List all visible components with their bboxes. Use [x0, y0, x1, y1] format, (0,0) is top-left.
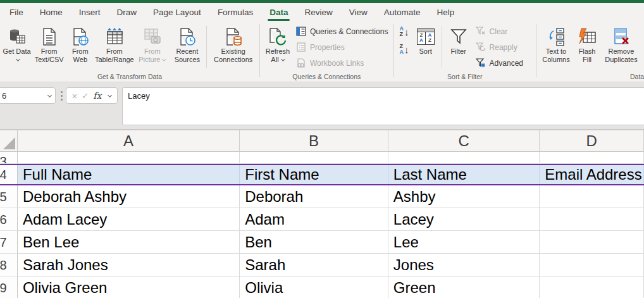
sheet-row-3: 3 — [0, 152, 644, 164]
formula-bar-handle[interactable] — [61, 95, 63, 97]
cell-C5[interactable]: Ashby — [388, 185, 540, 208]
tab-help[interactable]: Help — [429, 3, 463, 21]
formula-bar-area: 6 × ✓ fx Lacey — [0, 82, 644, 130]
properties-button[interactable]: Properties — [294, 40, 390, 54]
properties-icon — [296, 42, 306, 52]
from-picture-button[interactable]: From Picture — [135, 22, 170, 69]
from-picture-icon — [143, 25, 162, 47]
sort-button[interactable]: ZAAZ Sort — [412, 22, 440, 69]
cell-A4[interactable]: Full Name — [18, 165, 240, 184]
cell-B9[interactable]: Olivia — [240, 276, 388, 298]
cell-C8[interactable]: Jones — [388, 254, 540, 276]
cell-B3[interactable] — [240, 152, 388, 164]
existing-connections-icon — [225, 25, 242, 47]
cell-D6[interactable] — [540, 208, 644, 231]
flash-fill-button[interactable]: Flash Fill — [574, 22, 600, 69]
row-header-5[interactable]: 5 — [0, 185, 18, 208]
row-header-6[interactable]: 6 — [0, 208, 18, 231]
row-header-4[interactable]: 4 — [0, 165, 18, 184]
cell-A5[interactable]: Deborah Ashby — [18, 185, 240, 208]
row-header-9[interactable]: 9 — [0, 276, 18, 298]
insert-function-icon[interactable]: fx — [93, 90, 101, 101]
cell-D4[interactable]: Email Address — [540, 165, 644, 184]
cell-B6[interactable]: Adam — [240, 208, 388, 231]
column-header-D[interactable]: D — [540, 130, 644, 152]
cell-A8[interactable]: Sarah Jones — [18, 254, 240, 276]
remove-duplicates-button[interactable]: Remove Duplicates — [600, 22, 642, 69]
existing-connections-button[interactable]: Existing Connections — [209, 22, 257, 69]
cell-C3[interactable] — [388, 152, 540, 164]
refresh-all-icon — [268, 25, 287, 47]
confirm-entry-icon[interactable]: ✓ — [82, 91, 89, 101]
cell-A6[interactable]: Adam Lacey — [18, 208, 240, 231]
sheet-row-9: 9 Olivia Green Olivia Green — [0, 276, 644, 298]
queries-connections-button[interactable]: Queries & Connections — [294, 25, 390, 38]
from-web-button[interactable]: From Web — [66, 22, 94, 69]
filter-button[interactable]: Filter — [444, 22, 473, 69]
refresh-all-button[interactable]: Refresh All — [262, 22, 294, 69]
tab-data[interactable]: Data — [261, 3, 296, 21]
recent-sources-icon — [178, 25, 196, 47]
column-header-A[interactable]: A — [18, 130, 240, 152]
group-label-data-tools: Data Tools — [536, 73, 644, 80]
cancel-entry-icon[interactable]: × — [72, 90, 78, 101]
cell-D8[interactable] — [540, 254, 644, 276]
clear-filter-button[interactable]: Clear — [473, 25, 526, 38]
cell-B4[interactable]: First Name — [240, 165, 388, 184]
fx-chevron-icon — [108, 92, 112, 97]
tab-home[interactable]: Home — [32, 3, 71, 21]
from-table-range-icon — [105, 25, 124, 47]
tab-formulas[interactable]: Formulas — [209, 3, 261, 21]
reapply-filter-button[interactable]: Reapply — [473, 40, 526, 54]
cell-C7[interactable]: Lee — [388, 231, 540, 254]
tab-page-layout[interactable]: Page Layout — [145, 3, 209, 21]
name-box[interactable]: 6 — [0, 87, 56, 104]
row-header-7[interactable]: 7 — [0, 231, 18, 254]
sheet-row-6: 6 Adam Lacey Adam Lacey — [0, 208, 644, 231]
tab-automate[interactable]: Automate — [376, 3, 429, 21]
cell-A7[interactable]: Ben Lee — [18, 231, 240, 254]
column-headers: A B C D — [0, 130, 644, 152]
recent-sources-button[interactable]: Recent Sources — [170, 22, 204, 69]
workbook-links-button[interactable]: Workbook Links — [294, 56, 390, 70]
cell-C4[interactable]: Last Name — [388, 165, 540, 184]
formula-buttons: × ✓ fx — [66, 87, 118, 104]
down-arrow-icon: ↓ — [404, 44, 409, 55]
workbook-links-icon — [296, 58, 306, 68]
cell-D5[interactable] — [540, 185, 644, 208]
cell-A9[interactable]: Olivia Green — [18, 276, 240, 298]
text-to-columns-button[interactable]: Text to Columns — [538, 22, 574, 69]
cell-D9[interactable] — [540, 276, 644, 298]
formula-input[interactable]: Lacey — [122, 87, 644, 125]
group-sort-filter: AZ ↓ ZA ↓ ZAAZ Sort Filter — [394, 21, 536, 82]
column-header-C[interactable]: C — [388, 130, 540, 152]
row-header-8[interactable]: 8 — [0, 254, 18, 276]
tab-insert[interactable]: Insert — [71, 3, 109, 21]
sheet-row-4-table-header: 4 Full Name First Name Last Name Email A… — [0, 164, 644, 185]
group-inner-separator — [206, 26, 207, 68]
sort-descending-button[interactable]: ZA ↓ — [400, 42, 409, 56]
cell-C6[interactable]: Lacey — [388, 208, 540, 231]
cell-D3[interactable] — [540, 152, 644, 164]
tab-review[interactable]: Review — [296, 3, 340, 21]
row-header-3[interactable]: 3 — [0, 152, 18, 164]
tab-draw[interactable]: Draw — [109, 3, 146, 21]
column-header-B[interactable]: B — [240, 130, 388, 152]
dropdown-chevron-icon — [162, 57, 166, 61]
cell-B8[interactable]: Sarah — [240, 254, 388, 276]
from-table-range-button[interactable]: From Table/Range — [94, 22, 135, 69]
tab-file[interactable]: File — [1, 3, 32, 21]
sort-ascending-button[interactable]: AZ ↓ — [400, 25, 409, 39]
cell-C9[interactable]: Green — [388, 276, 540, 298]
cell-B7[interactable]: Ben — [240, 231, 388, 254]
cell-A3[interactable] — [18, 152, 240, 164]
from-text-csv-button[interactable]: From Text/CSV — [32, 22, 66, 69]
cell-D7[interactable] — [540, 231, 644, 254]
get-data-button[interactable]: Get Data — [2, 22, 32, 69]
advanced-filter-button[interactable]: Advanced — [473, 56, 526, 70]
sort-az-icon: AZ — [400, 26, 404, 37]
cell-B5[interactable]: Deborah — [240, 185, 388, 208]
ribbon-tabs: File Home Insert Draw Page Layout Formul… — [0, 3, 644, 21]
select-all-corner[interactable] — [0, 130, 18, 152]
tab-view[interactable]: View — [341, 3, 376, 21]
